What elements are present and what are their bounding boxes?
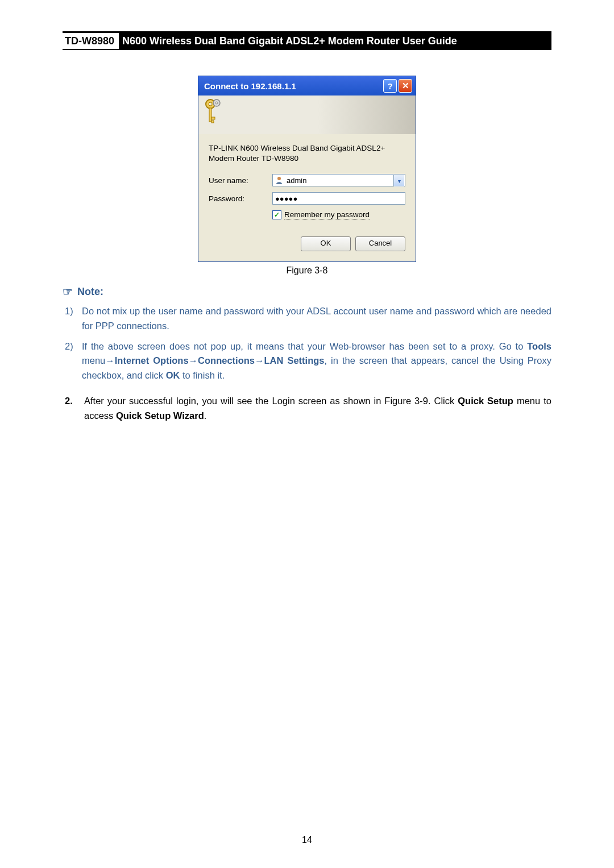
note-item-2: 2) If the above screen does not pop up, … (65, 339, 551, 383)
help-icon[interactable]: ? (383, 79, 397, 93)
realm-text: TP-LINK N600 Wireless Dual Band Gigabit … (209, 143, 405, 164)
page-number: 14 (0, 835, 614, 845)
note-list: 1) Do not mix up the user name and passw… (63, 304, 551, 383)
note-heading-text: Note: (77, 286, 103, 298)
cancel-button[interactable]: Cancel (355, 236, 405, 251)
user-icon (275, 176, 283, 184)
svg-rect-2 (209, 108, 211, 122)
step-item-2: 2. After your successful login, you will… (65, 394, 551, 423)
username-input[interactable]: admin ▾ (272, 174, 405, 186)
model-label: TD-W8980 (63, 32, 119, 50)
note-item-1: 1) Do not mix up the user name and passw… (65, 304, 551, 333)
dialog-banner (198, 95, 416, 134)
password-label: Password: (209, 194, 272, 203)
step-list: 2. After your successful login, you will… (63, 394, 551, 423)
dialog-title-text: Connect to 192.168.1.1 (204, 81, 296, 91)
keys-icon (204, 98, 223, 126)
note-heading: ☞ Note: (63, 285, 551, 298)
dialog-titlebar: Connect to 192.168.1.1 ? ✕ (198, 76, 416, 95)
chevron-down-icon[interactable]: ▾ (393, 175, 404, 186)
password-input[interactable]: ●●●●● (272, 192, 405, 205)
svg-point-7 (277, 177, 281, 180)
password-value: ●●●●● (275, 194, 297, 203)
remember-label: Remember my password (284, 210, 370, 219)
remember-checkbox[interactable]: ✓ (272, 210, 281, 219)
username-value: admin (287, 176, 306, 185)
figure-caption: Figure 3-8 (63, 265, 551, 276)
svg-rect-4 (211, 121, 214, 123)
svg-point-1 (209, 102, 212, 106)
username-label: User name: (209, 176, 272, 185)
svg-rect-3 (211, 117, 215, 119)
page-header: TD-W8980 N600 Wireless Dual Band Gigabit… (63, 31, 551, 50)
pointing-hand-icon: ☞ (63, 285, 73, 298)
close-icon[interactable]: ✕ (399, 79, 412, 93)
ok-button[interactable]: OK (301, 236, 351, 251)
svg-point-6 (215, 102, 218, 104)
login-dialog: Connect to 192.168.1.1 ? ✕ TP-LINK N600 … (198, 76, 416, 262)
guide-title: N600 Wireless Dual Band Gigabit ADSL2+ M… (119, 33, 551, 49)
